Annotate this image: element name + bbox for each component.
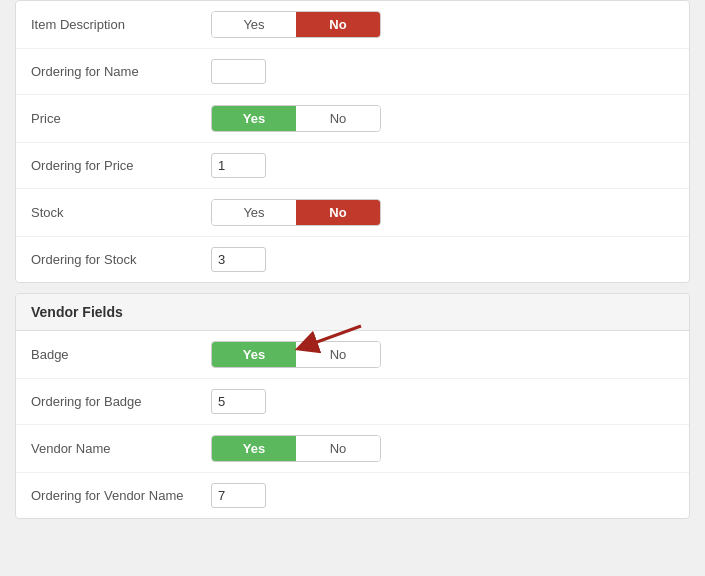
toggle-yes-vendor-name[interactable]: Yes	[212, 436, 296, 461]
field-row-vendor-name: Vendor Name Yes No	[16, 425, 689, 473]
input-ordering-vendor-name[interactable]	[211, 483, 266, 508]
label-ordering-name: Ordering for Name	[31, 64, 211, 79]
toggle-no-stock[interactable]: No	[296, 200, 380, 225]
toggle-badge: Yes No	[211, 341, 381, 368]
top-section: Item Description Yes No Ordering for Nam…	[15, 0, 690, 283]
toggle-no-vendor-name[interactable]: No	[296, 436, 380, 461]
toggle-item-description: Yes No	[211, 11, 381, 38]
toggle-price: Yes No	[211, 105, 381, 132]
input-ordering-badge[interactable]	[211, 389, 266, 414]
field-row-ordering-badge: Ordering for Badge	[16, 379, 689, 425]
label-ordering-price: Ordering for Price	[31, 158, 211, 173]
label-price: Price	[31, 111, 211, 126]
field-row-ordering-stock: Ordering for Stock	[16, 237, 689, 282]
label-vendor-name: Vendor Name	[31, 441, 211, 456]
input-ordering-name[interactable]	[211, 59, 266, 84]
label-item-description: Item Description	[31, 17, 211, 32]
input-ordering-stock[interactable]	[211, 247, 266, 272]
field-row-stock: Stock Yes No	[16, 189, 689, 237]
toggle-stock: Yes No	[211, 199, 381, 226]
vendor-section-header: Vendor Fields	[16, 294, 689, 331]
field-row-ordering-price: Ordering for Price	[16, 143, 689, 189]
field-row-price: Price Yes No	[16, 95, 689, 143]
toggle-no-item-description[interactable]: No	[296, 12, 380, 37]
toggle-vendor-name: Yes No	[211, 435, 381, 462]
label-badge: Badge	[31, 347, 211, 362]
vendor-section: Vendor Fields Badge Yes No Ordering for …	[15, 293, 690, 519]
toggle-no-badge[interactable]: No	[296, 342, 380, 367]
field-row-ordering-name: Ordering for Name	[16, 49, 689, 95]
toggle-yes-price[interactable]: Yes	[212, 106, 296, 131]
toggle-no-price[interactable]: No	[296, 106, 380, 131]
toggle-yes-item-description[interactable]: Yes	[212, 12, 296, 37]
label-ordering-vendor-name: Ordering for Vendor Name	[31, 488, 211, 503]
toggle-yes-badge[interactable]: Yes	[212, 342, 296, 367]
field-row-item-description: Item Description Yes No	[16, 1, 689, 49]
label-ordering-stock: Ordering for Stock	[31, 252, 211, 267]
field-row-ordering-vendor-name: Ordering for Vendor Name	[16, 473, 689, 518]
field-row-badge: Badge Yes No	[16, 331, 689, 379]
label-ordering-badge: Ordering for Badge	[31, 394, 211, 409]
label-stock: Stock	[31, 205, 211, 220]
input-ordering-price[interactable]	[211, 153, 266, 178]
toggle-yes-stock[interactable]: Yes	[212, 200, 296, 225]
